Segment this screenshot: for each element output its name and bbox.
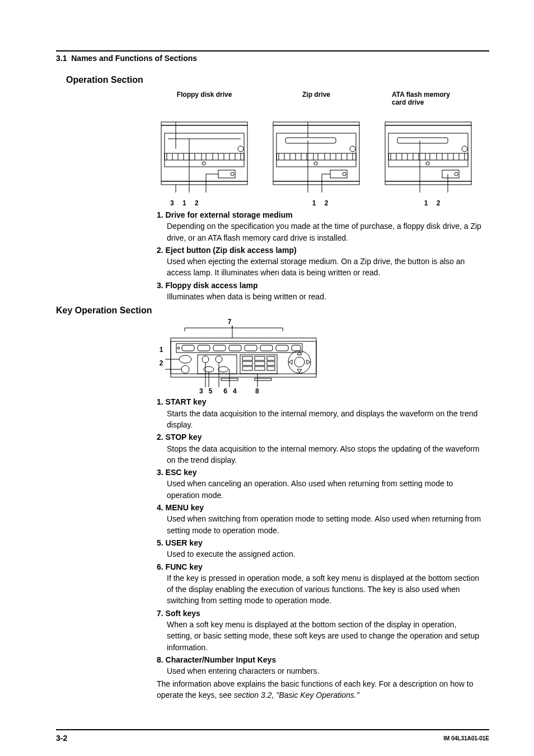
ata-diagram: ATA flash memory card drive [381, 91, 476, 207]
svg-rect-94 [276, 345, 288, 351]
svg-point-77 [426, 162, 429, 165]
svg-point-22 [231, 172, 234, 176]
svg-point-114 [288, 351, 311, 373]
drive-diagrams: Floppy disk drive [157, 91, 489, 207]
list-item: 1. START keyStarts the data acquisition … [157, 396, 484, 430]
svg-rect-108 [242, 361, 252, 365]
svg-rect-113 [267, 367, 275, 370]
floppy-diagram: Floppy disk drive [157, 91, 252, 207]
key-panel-icon [165, 326, 322, 387]
svg-rect-87 [176, 344, 302, 353]
svg-rect-86 [171, 341, 316, 374]
list-item: 8. Character/Number Input KeysUsed when … [157, 654, 484, 677]
svg-rect-29 [273, 122, 359, 125]
left-callout-1: 1 [160, 346, 163, 354]
list-item: 7. Soft keysWhen a soft key menu is disp… [157, 608, 484, 653]
svg-point-49 [314, 162, 317, 165]
list-item: 2. Eject button (Zip disk access lamp) U… [157, 245, 484, 279]
doc-id: IM 04L31A01-01E [443, 735, 489, 741]
floppy-drive-icon [157, 110, 252, 199]
svg-point-20 [202, 162, 205, 165]
svg-rect-92 [245, 345, 257, 351]
svg-marker-116 [297, 351, 302, 355]
svg-rect-112 [255, 367, 265, 370]
svg-rect-104 [240, 355, 277, 374]
svg-rect-34 [277, 153, 356, 160]
header-rule [56, 50, 489, 51]
svg-rect-57 [385, 122, 471, 125]
operation-section-title: Operation Section [66, 75, 489, 85]
zip-label: Zip drive [302, 91, 330, 110]
svg-point-33 [350, 146, 355, 152]
svg-rect-78 [442, 170, 459, 178]
top-callout-7: 7 [228, 318, 232, 326]
svg-rect-50 [330, 170, 347, 178]
zip-diagram: Zip drive [269, 91, 364, 207]
svg-point-97 [179, 355, 191, 363]
left-callout-2: 2 [160, 359, 163, 367]
svg-point-51 [343, 172, 346, 176]
svg-rect-99 [198, 355, 237, 374]
section-number: 3.1 [56, 54, 67, 63]
svg-rect-5 [165, 153, 244, 160]
svg-rect-89 [198, 345, 210, 351]
svg-point-4 [238, 146, 243, 152]
section-header: 3.1 Names and Functions of Sections [56, 54, 489, 63]
svg-rect-80 [385, 181, 471, 185]
svg-rect-60 [397, 138, 448, 143]
svg-marker-118 [289, 360, 292, 364]
ata-label: ATA flash memory card drive [392, 91, 465, 110]
svg-rect-109 [255, 361, 265, 365]
list-item: 2. STOP keyStops the data acquisition to… [157, 431, 484, 466]
footer-rule [56, 729, 489, 730]
list-item: 3. Floppy disk access lamp Illuminates w… [157, 280, 484, 303]
svg-rect-111 [242, 367, 252, 370]
key-operation-title: Key Operation Section [56, 306, 489, 316]
svg-rect-110 [267, 361, 275, 365]
floppy-label: Floppy disk drive [177, 91, 232, 110]
svg-rect-91 [229, 345, 241, 351]
svg-rect-0 [161, 122, 247, 125]
ata-drive-icon [381, 110, 476, 199]
svg-marker-119 [307, 360, 310, 364]
bottom-callouts: 3 5 6 4 8 [162, 387, 319, 395]
svg-rect-52 [273, 181, 359, 185]
svg-rect-32 [285, 138, 336, 143]
svg-rect-107 [267, 356, 275, 360]
svg-point-115 [294, 357, 305, 367]
svg-point-100 [202, 356, 209, 363]
ata-callouts: 1 2 [424, 199, 444, 207]
svg-point-61 [462, 146, 467, 152]
svg-point-98 [181, 365, 189, 373]
section-title: Names and Functions of Sections [71, 54, 197, 63]
svg-point-96 [177, 347, 180, 349]
list-item: 3. ESC keyUsed when canceling an operati… [157, 467, 484, 501]
zip-drive-icon [269, 110, 364, 199]
list-item: 1. Drive for external storage medium Dep… [157, 209, 484, 243]
svg-rect-90 [213, 345, 226, 351]
svg-rect-88 [182, 345, 194, 351]
svg-rect-62 [388, 153, 468, 160]
closing-note: The information above explains the basic… [157, 678, 484, 701]
svg-point-103 [218, 367, 228, 372]
svg-rect-21 [218, 170, 235, 178]
page: 3.1 Names and Functions of Sections Oper… [0, 0, 534, 756]
key-operation-list: 1. START keyStarts the data acquisition … [157, 396, 484, 677]
key-panel-diagram: 7 1 2 [157, 318, 325, 395]
list-item: 5. USER keyUsed to execute the assigned … [157, 537, 484, 560]
svg-point-79 [455, 172, 458, 176]
svg-rect-93 [260, 345, 273, 351]
floppy-callouts: 3 1 2 [170, 199, 202, 207]
list-item: 4. MENU keyUsed when switching from oper… [157, 502, 484, 536]
page-number: 3-2 [56, 734, 67, 743]
zip-callouts: 1 2 [312, 199, 332, 207]
svg-marker-117 [297, 369, 302, 373]
operation-list: 1. Drive for external storage medium Dep… [157, 209, 484, 302]
svg-rect-106 [255, 356, 265, 360]
svg-point-101 [216, 356, 222, 363]
svg-rect-105 [242, 356, 252, 360]
list-item: 6. FUNC keyIf the key is pressed in oper… [157, 561, 484, 607]
svg-rect-23 [161, 181, 247, 185]
svg-rect-95 [292, 345, 301, 351]
